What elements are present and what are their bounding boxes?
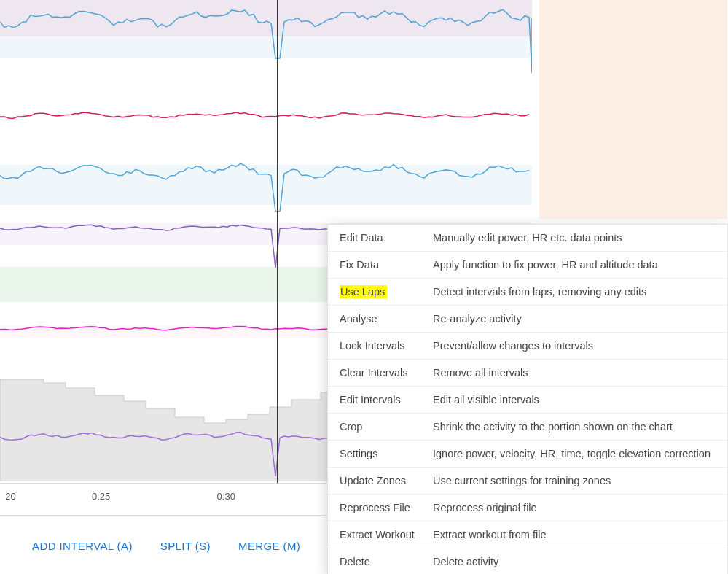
menu-item-desc: Extract workout from file bbox=[433, 529, 547, 540]
menu-item-desc: Detect intervals from laps, removing any… bbox=[433, 286, 646, 298]
menu-item-label: Use Laps bbox=[340, 286, 433, 298]
menu-item-desc: Apply function to fix power, HR and alti… bbox=[433, 259, 658, 271]
actions-context-menu: Edit DataManually edit power, HR etc. da… bbox=[327, 224, 728, 574]
menu-item-label: Edit Intervals bbox=[340, 394, 433, 406]
menu-item-desc: Prevent/allow changes to intervals bbox=[433, 340, 593, 352]
menu-item-label: Update Zones bbox=[340, 475, 433, 486]
menu-item-label: Clear Intervals bbox=[340, 367, 433, 379]
menu-item-use-laps[interactable]: Use LapsDetect intervals from laps, remo… bbox=[328, 279, 727, 306]
menu-item-desc: Edit all visible intervals bbox=[433, 394, 539, 406]
menu-item-edit-data[interactable]: Edit DataManually edit power, HR etc. da… bbox=[328, 225, 727, 252]
menu-item-reprocess-file[interactable]: Reprocess FileReprocess original file bbox=[328, 495, 727, 521]
menu-item-label: Delete bbox=[340, 556, 433, 567]
menu-item-desc: Shrink the activity to the portion shown… bbox=[433, 421, 673, 433]
menu-item-desc: Re-analyze activity bbox=[433, 313, 522, 325]
menu-item-extract-workout[interactable]: Extract WorkoutExtract workout from file bbox=[328, 521, 727, 548]
menu-item-label: Crop bbox=[340, 421, 433, 433]
menu-item-desc: Manually edit power, HR etc. data points bbox=[433, 232, 622, 244]
chart-cursor-line bbox=[277, 0, 278, 483]
menu-item-desc: Remove all intervals bbox=[433, 367, 528, 379]
menu-item-label: Fix Data bbox=[340, 259, 433, 271]
menu-item-label: Extract Workout bbox=[340, 529, 433, 540]
x-tick: 20 bbox=[5, 491, 15, 502]
menu-item-clear-intervals[interactable]: Clear IntervalsRemove all intervals bbox=[328, 360, 727, 387]
menu-item-analyse[interactable]: AnalyseRe-analyze activity bbox=[328, 306, 727, 333]
menu-item-label: Lock Intervals bbox=[340, 340, 433, 352]
menu-item-lock-intervals[interactable]: Lock IntervalsPrevent/allow changes to i… bbox=[328, 333, 727, 360]
menu-item-desc: Reprocess original file bbox=[433, 502, 537, 513]
menu-item-desc: Delete activity bbox=[433, 556, 498, 567]
line-heartrate bbox=[0, 102, 532, 146]
menu-item-settings[interactable]: SettingsIgnore power, velocity, HR, time… bbox=[328, 441, 727, 468]
x-tick: 0:25 bbox=[92, 491, 110, 502]
menu-item-desc: Use current settings for training zones bbox=[433, 475, 611, 486]
menu-item-update-zones[interactable]: Update ZonesUse current settings for tra… bbox=[328, 468, 727, 495]
line-power-mid bbox=[0, 153, 532, 212]
menu-item-label: Edit Data bbox=[340, 232, 433, 244]
menu-item-edit-intervals[interactable]: Edit IntervalsEdit all visible intervals bbox=[328, 387, 727, 414]
menu-item-fix-data[interactable]: Fix DataApply function to fix power, HR … bbox=[328, 252, 727, 279]
menu-item-label: Analyse bbox=[340, 313, 433, 325]
menu-item-delete[interactable]: DeleteDelete activity bbox=[328, 548, 727, 574]
split-button[interactable]: SPLIT (S) bbox=[160, 540, 211, 552]
menu-item-label: Reprocess File bbox=[340, 502, 433, 513]
menu-item-desc: Ignore power, velocity, HR, time, toggle… bbox=[433, 448, 711, 459]
line-power-top bbox=[0, 0, 532, 73]
add-interval-button[interactable]: ADD INTERVAL (A) bbox=[32, 540, 133, 552]
x-tick: 0:30 bbox=[217, 491, 235, 502]
merge-button[interactable]: MERGE (M) bbox=[238, 540, 300, 552]
menu-item-label: Settings bbox=[340, 448, 433, 459]
right-side-panel bbox=[539, 0, 727, 219]
menu-item-crop[interactable]: CropShrink the activity to the portion s… bbox=[328, 414, 727, 441]
